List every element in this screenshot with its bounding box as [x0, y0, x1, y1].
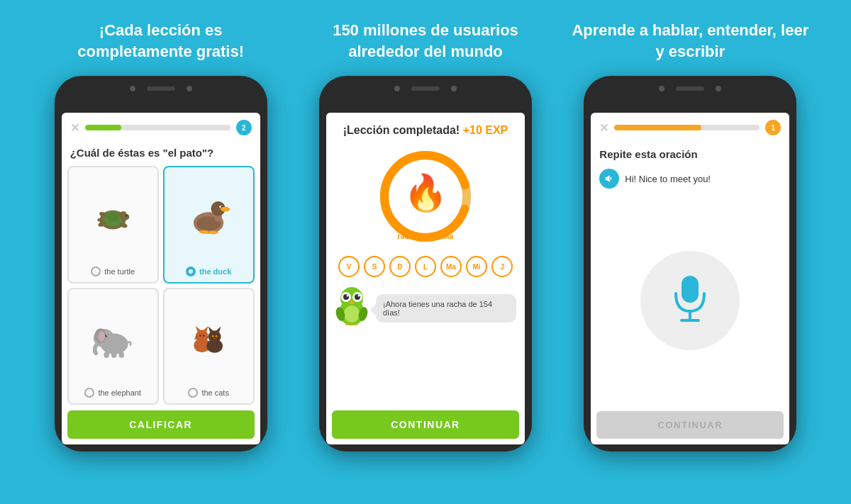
- day-circle: V: [338, 256, 360, 277]
- cats-label-row: the cats: [188, 388, 229, 398]
- day-circle: J: [491, 256, 513, 277]
- phone-speaker-2: [411, 86, 440, 91]
- exp-badge: +10 EXP: [463, 124, 508, 136]
- lesson-title: ¡Lección completada! +10 EXP: [343, 124, 508, 137]
- streak-label: rach de 154 día: [397, 232, 454, 240]
- cats-image: [165, 289, 253, 388]
- duck-label-row: the duck: [186, 267, 231, 276]
- days-row: VSDLMaMiJ: [338, 256, 513, 277]
- svg-point-32: [199, 335, 201, 336]
- elephant-image: [69, 289, 157, 388]
- cats-label: the cats: [201, 388, 229, 397]
- phone-dot-5: [659, 86, 664, 91]
- turtle-label: the turtle: [104, 267, 135, 276]
- svg-point-56: [344, 306, 360, 323]
- quiz-header: ✕ 2: [62, 113, 260, 142]
- quiz-cell-turtle[interactable]: the turtle: [67, 166, 159, 284]
- mic-circle: [640, 251, 740, 350]
- turtle-image: [69, 167, 157, 267]
- close-icon-3[interactable]: ✕: [599, 121, 608, 135]
- svg-point-17: [199, 230, 209, 233]
- speak-progress-bg: [614, 125, 760, 130]
- phone-dot-4: [451, 86, 457, 91]
- phone-speaker: [147, 86, 175, 91]
- svg-point-42: [216, 335, 217, 337]
- svg-point-15: [221, 206, 222, 207]
- speak-badge: 1: [765, 120, 781, 135]
- flame-ring-svg: 🔥: [376, 147, 475, 246]
- svg-marker-59: [606, 176, 610, 182]
- quiz-cell-cats[interactable]: the cats: [163, 288, 255, 405]
- phone-speaker-3: [676, 86, 704, 91]
- elephant-label-row: the elephant: [84, 388, 141, 398]
- radio-dot: [189, 269, 193, 274]
- svg-point-2: [107, 212, 119, 221]
- phone-dot-2: [187, 86, 192, 91]
- progress-bar-fill: [85, 125, 121, 130]
- phones-row: ✕ 2 ¿Cuál de éstas es "el pato"?: [0, 76, 851, 504]
- svg-point-41: [212, 335, 213, 337]
- speak-screen: ✕ 1 Repite esta oración Hi! Nice to meet: [591, 113, 789, 444]
- duolingo-row: ¡Ahora tienes una racha de 154 días!: [335, 287, 516, 323]
- phone-quiz: ✕ 2 ¿Cuál de éstas es "el pato"?: [55, 76, 267, 452]
- speak-instruction: Repite esta oración: [591, 142, 789, 166]
- turtle-svg: [88, 199, 138, 235]
- svg-point-18: [208, 230, 218, 234]
- day-circle: Ma: [440, 256, 462, 277]
- elephant-svg: [90, 319, 136, 358]
- lesson-complete-text: ¡Lección completada!: [343, 124, 460, 136]
- continuar-button-1[interactable]: CONTINUAR: [332, 410, 519, 439]
- svg-point-53: [346, 295, 348, 297]
- slogans-row: ¡Cada lección es completamente gratis! 1…: [0, 0, 851, 76]
- continuar-button-2: CONTINUAR: [596, 411, 784, 439]
- svg-text:🔥: 🔥: [404, 172, 448, 214]
- quiz-cell-elephant[interactable]: the elephant: [67, 288, 159, 405]
- slogan-2: 150 millones de usuarios alrededor del m…: [306, 20, 545, 62]
- svg-rect-60: [682, 276, 699, 303]
- speak-header: ✕ 1: [591, 113, 789, 142]
- svg-point-9: [97, 218, 103, 222]
- continuar-btn-container: CONTINUAR: [591, 411, 789, 444]
- quiz-grid: the turtle: [62, 166, 260, 410]
- quiz-cell-duck[interactable]: the duck: [163, 166, 255, 284]
- speak-progress-fill: [614, 125, 701, 130]
- speaker-button[interactable]: [599, 169, 619, 189]
- cats-radio[interactable]: [188, 388, 198, 398]
- quiz-question: ¿Cuál de éstas es "el pato"?: [62, 142, 260, 166]
- day-circle: L: [415, 256, 436, 277]
- phone-top-bar-3: [584, 86, 796, 91]
- svg-rect-26: [111, 352, 116, 358]
- svg-point-16: [221, 206, 230, 211]
- slogan-1: ¡Cada lección es completamente gratis!: [42, 20, 280, 62]
- day-circle: Mi: [466, 256, 487, 277]
- speak-sentence: Hi! Nice to meet you!: [625, 174, 711, 184]
- phone-speak: ✕ 1 Repite esta oración Hi! Nice to meet: [584, 76, 796, 452]
- svg-point-29: [195, 330, 208, 342]
- svg-point-33: [203, 335, 204, 336]
- elephant-radio[interactable]: [84, 388, 94, 398]
- svg-point-54: [357, 295, 360, 297]
- svg-rect-27: [118, 352, 123, 358]
- turtle-label-row: the turtle: [91, 267, 135, 276]
- phone-dot-3: [394, 86, 400, 91]
- day-circle: D: [389, 256, 411, 277]
- speech-bubble: ¡Ahora tienes una racha de 154 días!: [376, 294, 516, 323]
- phone-lesson-complete: ¡Lección completada! +10 EXP 🔥 rach de 1…: [319, 76, 532, 452]
- svg-point-24: [106, 335, 107, 336]
- lesson-screen: ¡Lección completada! +10 EXP 🔥 rach de 1…: [326, 113, 525, 444]
- elephant-label: the elephant: [98, 388, 141, 397]
- progress-bar-bg: [85, 125, 230, 130]
- quiz-screen: ✕ 2 ¿Cuál de éstas es "el pato"?: [62, 113, 260, 444]
- mic-area[interactable]: [596, 196, 784, 405]
- duck-radio[interactable]: [186, 267, 196, 276]
- duck-image: [165, 167, 253, 267]
- progress-badge: 2: [236, 120, 252, 135]
- duck-label: the duck: [199, 267, 231, 276]
- calificar-button[interactable]: CALIFICAR: [67, 410, 255, 439]
- slogan-3: Aprende a hablar, entender, leer y escri…: [571, 20, 809, 62]
- close-icon[interactable]: ✕: [70, 121, 79, 135]
- svg-line-35: [194, 339, 197, 340]
- turtle-radio[interactable]: [91, 267, 101, 276]
- svg-rect-25: [104, 352, 109, 358]
- svg-point-4: [126, 215, 128, 217]
